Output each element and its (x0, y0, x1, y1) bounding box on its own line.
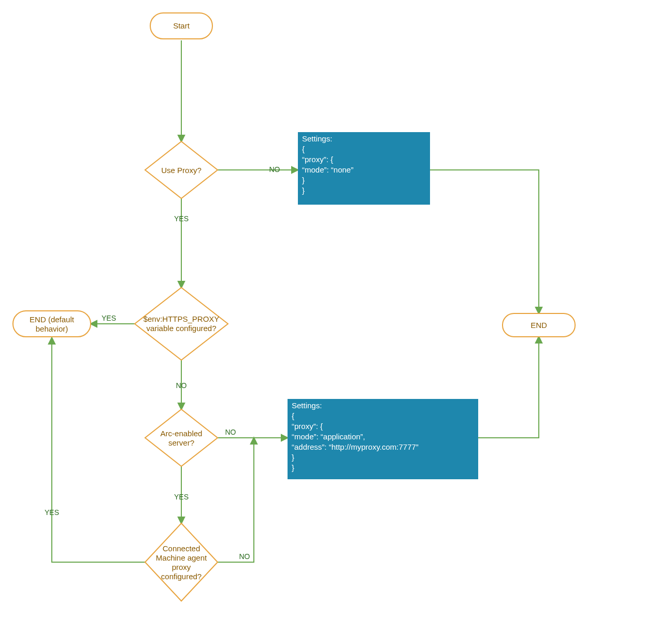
edge-settingsapp-end (478, 337, 539, 438)
svg-text:}: } (302, 186, 305, 195)
svg-text:}: } (292, 463, 294, 472)
svg-text:“mode”: “none”: “mode”: “none” (302, 165, 353, 174)
svg-text:“address”: “http://myproxy.com: “address”: “http://myproxy.com:7777” (292, 442, 419, 451)
svg-text:END (default: END (default (30, 315, 75, 324)
label-httpsproxy-no: NO (176, 381, 187, 390)
svg-text:variable configured?: variable configured? (146, 324, 216, 333)
label-cmap-yes: YES (45, 508, 59, 517)
label-httpsproxy-yes: YES (102, 314, 116, 322)
svg-text:Arc-enabled: Arc-enabled (161, 429, 203, 438)
svg-text:“mode”: “application”,: “mode”: “application”, (292, 432, 365, 441)
label-cmap-no: NO (239, 552, 250, 561)
svg-text:Start: Start (173, 21, 190, 30)
svg-text:“proxy”: {: “proxy”: { (292, 422, 323, 431)
svg-text:END: END (531, 321, 547, 330)
node-end-default: END (default behavior) (13, 311, 91, 337)
label-useproxy-no: NO (269, 165, 280, 174)
edge-cmap-yes (52, 338, 145, 562)
node-settings-app: Settings: { “proxy”: { “mode”: “applicat… (288, 399, 478, 479)
node-use-proxy: Use Proxy? (145, 141, 218, 198)
svg-text:Settings:: Settings: (292, 401, 322, 410)
svg-text:}: } (302, 176, 305, 184)
svg-text:{: { (292, 411, 294, 420)
svg-text:behavior): behavior) (36, 324, 68, 333)
node-https-proxy: $env:HTTPS_PROXY variable configured? (135, 288, 228, 360)
svg-text:{: { (302, 145, 305, 153)
label-useproxy-yes: YES (174, 214, 189, 223)
svg-text:}: } (292, 453, 294, 462)
svg-text:Machine agent: Machine agent (156, 553, 207, 562)
label-arcenabled-no: NO (225, 428, 236, 436)
svg-text:Connected: Connected (163, 544, 200, 553)
svg-text:server?: server? (168, 438, 194, 447)
svg-text:“proxy”: {: “proxy”: { (302, 155, 333, 164)
flowchart-svg: NO YES YES NO NO YES NO YES Start Use Pr… (0, 0, 659, 644)
node-settings-none: Settings: { “proxy”: { “mode”: “none” } … (298, 132, 430, 205)
edge-cmap-no (218, 438, 254, 562)
edge-settingsnone-end (430, 170, 539, 313)
svg-text:Use Proxy?: Use Proxy? (161, 166, 202, 175)
label-arcenabled-yes: YES (174, 493, 189, 501)
svg-text:$env:HTTPS_PROXY: $env:HTTPS_PROXY (144, 314, 220, 323)
svg-text:proxy: proxy (172, 563, 191, 571)
svg-text:configured?: configured? (161, 572, 202, 581)
node-start: Start (150, 13, 212, 39)
node-cmap: Connected Machine agent proxy configured… (145, 523, 218, 601)
node-end: END (503, 313, 575, 337)
node-arc-enabled: Arc-enabled server? (145, 409, 218, 466)
svg-text:Settings:: Settings: (302, 134, 332, 143)
